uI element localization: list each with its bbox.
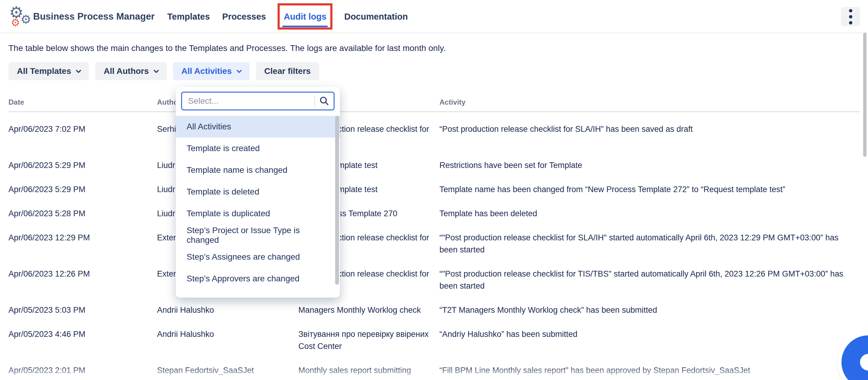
- cell-date: Apr/06/2023 5:29 PM: [8, 159, 157, 171]
- nav-item-processes[interactable]: Processes: [221, 10, 267, 23]
- overflow-menu-button[interactable]: [841, 7, 860, 26]
- cell-name: Звітування про перевірку ввірених Cost C…: [299, 328, 439, 352]
- table-row: Apr/06/2023 5:29 PMLiudrRequest template…: [8, 153, 860, 177]
- dropdown-option[interactable]: Template is deleted: [176, 181, 340, 203]
- dropdown-option[interactable]: Template is duplicated: [176, 203, 340, 224]
- gear-icon: ⚙: [21, 13, 31, 25]
- filter-label: All Activities: [181, 62, 232, 80]
- filter-bar: All TemplatesAll AuthorsAll ActivitiesCl…: [8, 62, 319, 80]
- top-bar: ⚙ ⚙ ⚙ Business Process Manager Templates…: [0, 0, 868, 33]
- cell-name: Managers Monthly Worklog check: [299, 304, 439, 316]
- dropdown-search-field: [181, 92, 335, 110]
- filter-label: All Authors: [104, 62, 149, 80]
- column-header-activity: Activity: [439, 98, 860, 107]
- magnifier-icon[interactable]: [315, 96, 334, 106]
- table-row: Apr/06/2023 5:29 PMLiudrRequest template…: [8, 177, 860, 201]
- filter-all-authors-button[interactable]: All Authors: [95, 62, 167, 80]
- table-row: Apr/06/2023 7:02 PMSerhiPost production …: [8, 112, 860, 153]
- table-row: Apr/06/2023 12:26 PMExterPost production…: [8, 262, 860, 298]
- table-header-row: Date Author Activity: [8, 98, 860, 112]
- filter-label: All Templates: [17, 62, 71, 80]
- audit-log-table: Date Author Activity Apr/06/2023 7:02 PM…: [8, 98, 860, 380]
- chevron-down-icon: [236, 67, 242, 73]
- dropdown-option[interactable]: Step’s Project or Issue Type is changed: [176, 224, 340, 246]
- cell-activity: Template name has been changed from “New…: [439, 183, 860, 196]
- cell-activity: Restrictions have been set for Template: [439, 159, 860, 171]
- dropdown-option[interactable]: Template name is changed: [176, 159, 340, 181]
- cell-author: Stepan Fedortsiv_SaaSJet: [157, 364, 299, 376]
- cell-date: Apr/06/2023 5:29 PM: [8, 183, 157, 196]
- vertical-ellipsis-icon: [849, 15, 852, 19]
- chevron-down-icon: [153, 67, 159, 73]
- nav-item-audit-logs[interactable]: Audit logs: [283, 10, 327, 23]
- dropdown-option[interactable]: All Activities: [176, 116, 340, 138]
- active-tab-underline: [282, 26, 328, 27]
- cell-date: Apr/06/2023 5:28 PM: [8, 207, 157, 220]
- main-nav: TemplatesProcessesAudit logsDocumentatio…: [167, 0, 408, 33]
- dropdown-option[interactable]: Step’s Assignees are changed: [176, 246, 340, 268]
- nav-item-label: Processes: [222, 12, 266, 22]
- vertical-ellipsis-icon: [849, 9, 852, 12]
- table-row: Apr/05/2023 4:46 PMAndrii HalushkoЗвітув…: [8, 322, 860, 358]
- audit-logs-page: ⚙ ⚙ ⚙ Business Process Manager Templates…: [0, 0, 868, 380]
- cell-activity: “Post production release checklist for S…: [439, 123, 860, 147]
- nav-item-label: Templates: [167, 12, 210, 22]
- filter-label: Clear filters: [264, 62, 311, 80]
- cell-date: Apr/05/2023 5:03 PM: [8, 304, 157, 316]
- gear-icon: ⚙: [11, 18, 20, 28]
- nav-item-documentation[interactable]: Documentation: [344, 10, 408, 23]
- cell-activity: “"Post production release checklist for …: [439, 268, 860, 292]
- nav-item-label: Audit logs: [284, 12, 327, 22]
- cell-date: Apr/06/2023 7:02 PM: [8, 123, 157, 147]
- vertical-ellipsis-icon: [849, 21, 852, 24]
- dropdown-option-list: All ActivitiesTemplate is createdTemplat…: [176, 116, 340, 290]
- cell-date: Apr/05/2023 4:46 PM: [8, 328, 157, 352]
- activities-dropdown: All ActivitiesTemplate is createdTemplat…: [176, 87, 340, 298]
- cell-activity: “"Post production release checklist for …: [439, 232, 860, 256]
- dropdown-option[interactable]: Template is created: [176, 138, 340, 159]
- dropdown-scrollbar[interactable]: [335, 116, 339, 285]
- app-title: Business Process Manager: [33, 0, 155, 33]
- page-scrollbar[interactable]: [863, 33, 867, 157]
- intro-text: The table below shows the main changes t…: [8, 43, 446, 53]
- dropdown-option[interactable]: Step’s Approvers are changed: [176, 268, 340, 290]
- table-row: Apr/05/2023 2:01 PMStepan Fedortsiv_SaaS…: [8, 358, 860, 380]
- cell-activity: “Fill BPM Line Monthly sales report” has…: [439, 364, 860, 376]
- column-header-date: Date: [8, 98, 157, 107]
- dropdown-search-input[interactable]: [182, 96, 314, 106]
- nav-item-templates[interactable]: Templates: [167, 10, 210, 23]
- filter-clear-filters-button[interactable]: Clear filters: [256, 62, 319, 80]
- filter-all-activities-button[interactable]: All Activities: [173, 62, 250, 80]
- app-logo-gears-icon: ⚙ ⚙ ⚙: [7, 2, 34, 31]
- cell-date: Apr/06/2023 12:29 PM: [8, 232, 157, 256]
- cell-name: Monthly sales report submitting: [299, 364, 439, 376]
- filter-all-templates-button[interactable]: All Templates: [8, 62, 89, 80]
- cell-date: Apr/05/2023 2:01 PM: [8, 364, 157, 376]
- cell-author: Andrii Halushko: [157, 304, 299, 316]
- chevron-down-icon: [76, 67, 81, 73]
- nav-item-label: Documentation: [344, 12, 408, 22]
- table-body: Apr/06/2023 7:02 PMSerhiPost production …: [8, 112, 860, 380]
- cell-activity: “Andriy Halushko” has been submitted: [439, 328, 860, 352]
- cell-activity: Template has been deleted: [439, 207, 860, 220]
- table-row: Apr/06/2023 5:28 PMLiudrNew Process Temp…: [8, 201, 860, 226]
- cell-date: Apr/06/2023 12:26 PM: [8, 268, 157, 292]
- cell-author: Andrii Halushko: [157, 328, 299, 352]
- table-row: Apr/05/2023 5:03 PMAndrii HalushkoManage…: [8, 298, 860, 322]
- table-row: Apr/06/2023 12:29 PMExterPost production…: [8, 226, 860, 262]
- cell-activity: “T2T Managers Monthly Worklog check” has…: [439, 304, 860, 316]
